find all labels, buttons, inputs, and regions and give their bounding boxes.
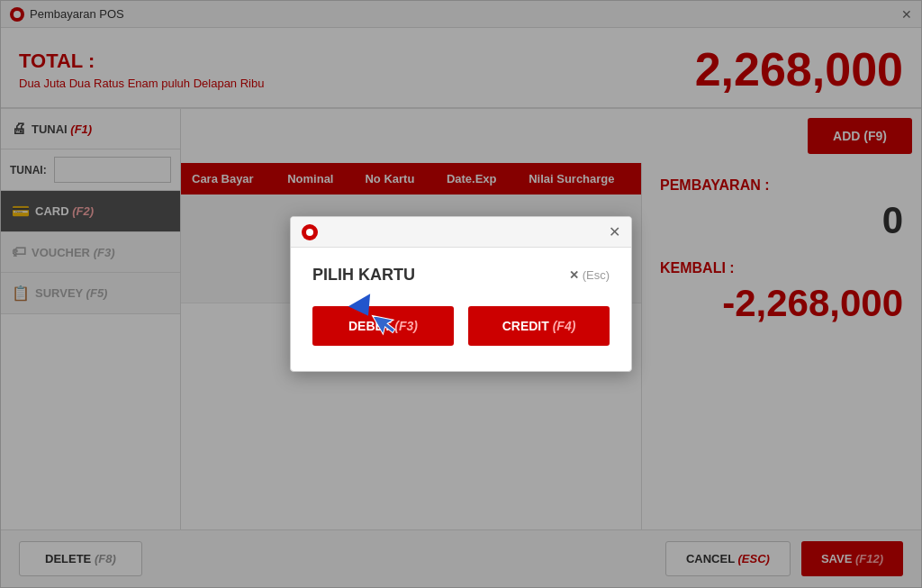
- svg-point-2: [306, 229, 313, 236]
- modal-title: PILIH KARTU: [312, 266, 415, 285]
- esc-x: ✕: [569, 268, 579, 282]
- modal-app-icon: [302, 224, 318, 240]
- modal-close-button[interactable]: ✕: [609, 223, 620, 240]
- modal-titlebar-left: [302, 224, 318, 240]
- modal-titlebar: ✕: [291, 217, 631, 248]
- modal-title-row: PILIH KARTU ✕ (Esc): [312, 266, 610, 285]
- credit-shortcut: (F4): [553, 319, 576, 333]
- esc-label: (Esc): [583, 268, 610, 282]
- credit-button[interactable]: CREDIT (F4): [468, 306, 610, 346]
- modal-esc: ✕ (Esc): [569, 268, 610, 282]
- modal-overlay: ✕ PILIH KARTU ✕ (Esc) DEBET (F3) CREDIT …: [0, 0, 922, 588]
- credit-label: CREDIT: [502, 319, 549, 333]
- modal-body: PILIH KARTU ✕ (Esc) DEBET (F3) CREDIT (F…: [291, 248, 631, 371]
- modal: ✕ PILIH KARTU ✕ (Esc) DEBET (F3) CREDIT …: [290, 216, 632, 372]
